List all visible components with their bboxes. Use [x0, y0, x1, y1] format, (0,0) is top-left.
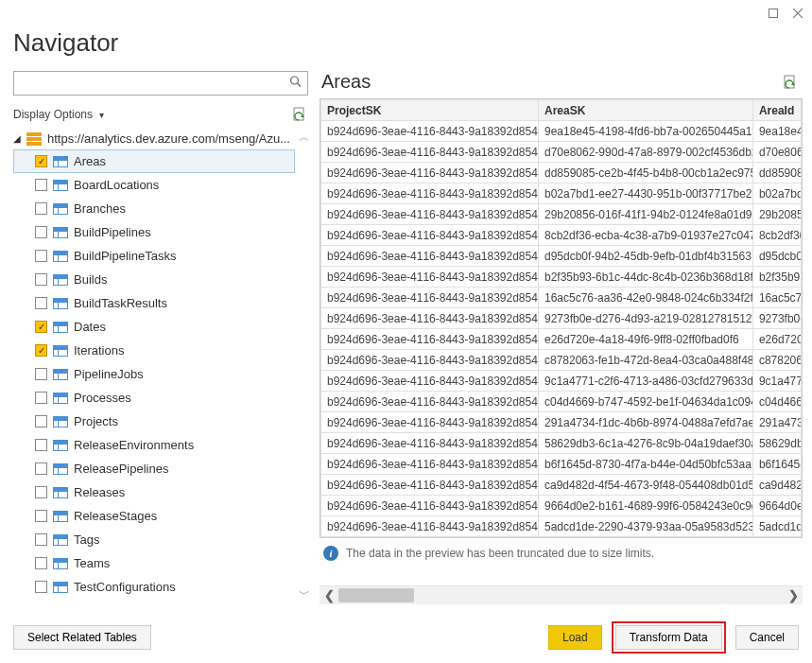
tree-item-branches[interactable]: Branches — [13, 197, 295, 220]
table-row[interactable]: b924d696-3eae-4116-8443-9a18392d85449664… — [321, 496, 802, 516]
table-cell: b924d696-3eae-4116-8443-9a18392d8544 — [321, 350, 539, 371]
transform-data-button[interactable]: Transform Data — [615, 625, 722, 650]
checkbox[interactable] — [35, 392, 47, 404]
search-input[interactable] — [13, 71, 308, 96]
scroll-up-icon[interactable]: ︿ — [299, 128, 310, 148]
load-button[interactable]: Load — [548, 625, 602, 650]
tree-item-releases[interactable]: Releases — [13, 480, 295, 504]
tree-item-releasestages[interactable]: ReleaseStages — [13, 504, 295, 528]
column-header[interactable]: AreaId — [752, 100, 801, 121]
close-icon[interactable] — [791, 7, 804, 20]
tree-item-label: BuildPipelines — [74, 225, 151, 239]
tree-item-pipelinejobs[interactable]: PipelineJobs — [13, 362, 295, 386]
refresh-icon[interactable] — [293, 107, 306, 122]
tree-item-iterations[interactable]: ✓Iterations — [13, 339, 295, 362]
display-options-button[interactable]: Display Options ▾ — [13, 108, 104, 121]
tree-item-label: Processes — [74, 391, 131, 405]
checkbox[interactable]: ✓ — [35, 344, 47, 357]
table-row[interactable]: b924d696-3eae-4116-8443-9a18392d8544b02a… — [321, 183, 802, 204]
table-row[interactable]: b924d696-3eae-4116-8443-9a18392d8544b6f1… — [321, 454, 802, 475]
scroll-thumb[interactable] — [338, 588, 414, 602]
tree-item-label: Dates — [74, 320, 106, 334]
table-cell: 8cb2df36-ecba-4c38-a7b9-01937e27c047 — [538, 225, 752, 246]
scroll-left-icon[interactable]: ❮ — [320, 586, 338, 605]
table-row[interactable]: b924d696-3eae-4116-8443-9a18392d85449c1a… — [321, 371, 802, 392]
checkbox[interactable] — [35, 557, 47, 569]
checkbox[interactable]: ✓ — [35, 155, 47, 167]
tree-item-projects[interactable]: Projects — [13, 410, 295, 433]
table-row[interactable]: b924d696-3eae-4116-8443-9a18392d854416ac… — [321, 288, 802, 308]
checkbox[interactable] — [35, 368, 47, 380]
table-row[interactable]: b924d696-3eae-4116-8443-9a18392d85445862… — [321, 433, 802, 454]
column-header[interactable]: AreaSK — [538, 100, 752, 121]
checkbox[interactable] — [35, 179, 47, 191]
scroll-track[interactable] — [338, 586, 784, 604]
checkbox[interactable] — [35, 510, 47, 522]
tree-root-node[interactable]: ◢ https://analytics.dev.azure.com/mseng/… — [13, 128, 295, 149]
table-row[interactable]: b924d696-3eae-4116-8443-9a18392d8544c878… — [321, 350, 802, 371]
tree-item-builds[interactable]: Builds — [13, 268, 295, 291]
table-row[interactable]: b924d696-3eae-4116-8443-9a18392d85445adc… — [321, 516, 802, 537]
tree-item-buildtaskresults[interactable]: BuildTaskResults — [13, 291, 295, 315]
checkbox[interactable] — [35, 226, 47, 238]
tree-item-dates[interactable]: ✓Dates — [13, 315, 295, 339]
tree-item-releaseenvironments[interactable]: ReleaseEnvironments — [13, 433, 295, 457]
select-related-tables-button[interactable]: Select Related Tables — [13, 625, 151, 650]
table-cell: d95dcb0f — [752, 246, 801, 267]
cancel-button[interactable]: Cancel — [735, 625, 799, 650]
tree-item-buildpipelines[interactable]: BuildPipelines — [13, 220, 295, 244]
table-row[interactable]: b924d696-3eae-4116-8443-9a18392d8544b2f3… — [321, 267, 802, 288]
navigator-dialog: Navigator Display Options ▾ — [0, 0, 812, 663]
table-cell: 291a4734 — [752, 412, 801, 433]
checkbox[interactable] — [35, 439, 47, 451]
table-row[interactable]: b924d696-3eae-4116-8443-9a18392d8544d70e… — [321, 142, 802, 163]
collapse-icon[interactable]: ◢ — [13, 133, 21, 144]
table-row[interactable]: b924d696-3eae-4116-8443-9a18392d8544e26d… — [321, 329, 802, 350]
refresh-preview-icon[interactable] — [784, 75, 797, 90]
checkbox[interactable] — [35, 462, 47, 475]
tree-item-boardlocations[interactable]: BoardLocations — [13, 173, 295, 197]
maximize-icon[interactable] — [767, 7, 780, 20]
checkbox[interactable] — [35, 297, 47, 309]
tree-item-tags[interactable]: Tags — [13, 528, 295, 551]
search-icon[interactable] — [289, 76, 302, 92]
table-row[interactable]: b924d696-3eae-4116-8443-9a18392d85449273… — [321, 308, 802, 329]
table-row[interactable]: b924d696-3eae-4116-8443-9a18392d8544ca9d… — [321, 475, 802, 496]
table-icon — [53, 440, 68, 451]
display-options-row: Display Options ▾ — [9, 103, 312, 128]
preview-title: Areas — [321, 71, 371, 93]
tree-item-buildpipelinetasks[interactable]: BuildPipelineTasks — [13, 244, 295, 268]
table-row[interactable]: b924d696-3eae-4116-8443-9a18392d8544d95d… — [321, 246, 802, 267]
checkbox[interactable] — [35, 533, 47, 546]
checkbox[interactable]: ✓ — [35, 321, 47, 333]
table-cell: 9ea18e45-4198-4fd6-bb7a-002650445a1f — [538, 121, 752, 142]
checkbox[interactable] — [35, 415, 47, 427]
tree-item-label: ReleaseStages — [74, 509, 157, 523]
tree-item-teams[interactable]: Teams — [13, 551, 295, 575]
table-row[interactable]: b924d696-3eae-4116-8443-9a18392d854429b2… — [321, 204, 802, 225]
column-header[interactable]: ProjectSK — [321, 100, 539, 121]
table-row[interactable]: b924d696-3eae-4116-8443-9a18392d85448cb2… — [321, 225, 802, 246]
tree-item-processes[interactable]: Processes — [13, 386, 295, 410]
table-row[interactable]: b924d696-3eae-4116-8443-9a18392d85449ea1… — [321, 121, 802, 142]
table-row[interactable]: b924d696-3eae-4116-8443-9a18392d8544dd85… — [321, 163, 802, 183]
tree-root-label: https://analytics.dev.azure.com/mseng/Az… — [47, 131, 290, 146]
table-row[interactable]: b924d696-3eae-4116-8443-9a18392d8544c04d… — [321, 392, 802, 412]
checkbox[interactable] — [35, 581, 47, 593]
tree-item-label: Builds — [74, 272, 107, 287]
scroll-down-icon[interactable]: ﹀ — [299, 584, 310, 604]
checkbox[interactable] — [35, 250, 47, 262]
tree-scrollbar[interactable]: ︿ ﹀ — [297, 128, 312, 604]
tree-item-testconfigurations[interactable]: TestConfigurations — [13, 575, 295, 599]
table-row[interactable]: b924d696-3eae-4116-8443-9a18392d8544291a… — [321, 412, 802, 433]
checkbox[interactable] — [35, 202, 47, 215]
horizontal-scrollbar[interactable]: ❮ ❯ — [320, 585, 803, 604]
scroll-right-icon[interactable]: ❯ — [784, 586, 803, 605]
checkbox[interactable] — [35, 486, 47, 498]
checkbox[interactable] — [35, 273, 47, 286]
tree-item-areas[interactable]: ✓Areas — [13, 149, 295, 173]
search-container — [13, 71, 308, 96]
tree-item-releasepipelines[interactable]: ReleasePipelines — [13, 457, 295, 480]
preview-table: ProjectSKAreaSKAreaId b924d696-3eae-4116… — [320, 99, 802, 537]
table-cell: e26d720e — [752, 329, 801, 350]
